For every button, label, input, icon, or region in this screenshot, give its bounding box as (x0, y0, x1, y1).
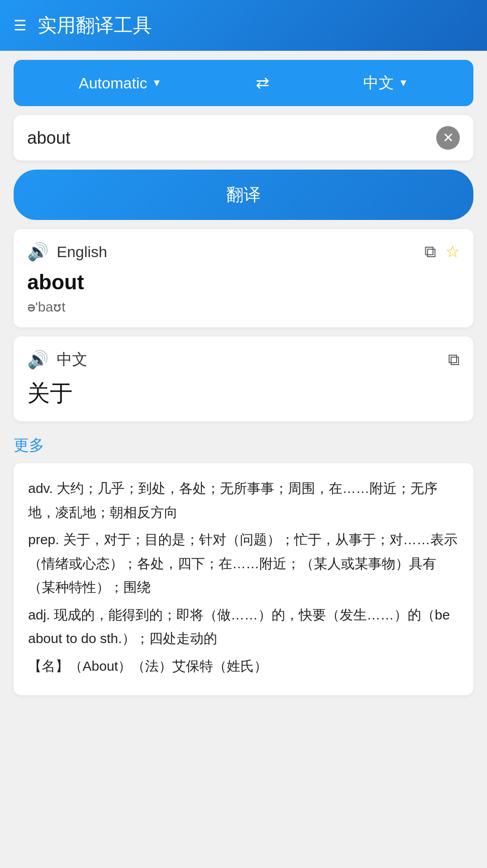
clear-icon: ✕ (443, 131, 454, 145)
more-definitions-card: adv. 大约；几乎；到处，各处；无所事事；周围，在……附近；无序地，凌乱地；朝… (14, 463, 473, 695)
more-definitions-text: adv. 大约；几乎；到处，各处；无所事事；周围，在……附近；无序地，凌乱地；朝… (28, 477, 459, 678)
menu-icon[interactable]: ☰ (14, 18, 27, 33)
source-language-label: Automatic (79, 74, 147, 92)
chinese-lang-label: 中文 (57, 349, 88, 370)
english-card-header-left: 🔊 English (27, 242, 107, 262)
chinese-copy-icon[interactable]: ⧉ (448, 350, 460, 369)
swap-languages-icon[interactable]: ⇄ (256, 73, 269, 93)
language-bar: Automatic ▼ ⇄ 中文 ▼ (14, 60, 473, 106)
search-container: ✕ (14, 115, 473, 161)
source-language-chevron-icon: ▼ (152, 77, 162, 89)
translate-button[interactable]: 翻译 (14, 170, 473, 220)
more-label: 更多 (0, 430, 487, 463)
clear-button[interactable]: ✕ (436, 126, 460, 150)
target-language-label: 中文 (363, 73, 394, 93)
target-language-chevron-icon: ▼ (399, 77, 409, 89)
english-speaker-icon[interactable]: 🔊 (27, 242, 49, 262)
search-input[interactable] (27, 128, 436, 148)
english-card-actions: ⧉ ☆ (424, 242, 460, 261)
english-star-icon[interactable]: ☆ (445, 242, 460, 261)
english-word: about (27, 270, 460, 294)
chinese-card-header-left: 🔊 中文 (27, 349, 88, 370)
english-lang-label: English (57, 243, 107, 261)
app-header: ☰ 实用翻译工具 (0, 0, 487, 51)
english-result-card: 🔊 English ⧉ ☆ about ə'baʊt (14, 229, 473, 327)
chinese-speaker-icon[interactable]: 🔊 (27, 350, 49, 370)
chinese-result-card: 🔊 中文 ⧉ 关于 (14, 336, 473, 421)
english-phonetic: ə'baʊt (27, 299, 460, 315)
chinese-card-header: 🔊 中文 ⧉ (27, 349, 460, 370)
english-card-header: 🔊 English ⧉ ☆ (27, 242, 460, 262)
source-language-selector[interactable]: Automatic ▼ (79, 74, 162, 92)
chinese-translation: 关于 (27, 378, 460, 409)
app-title: 实用翻译工具 (38, 13, 152, 38)
target-language-selector[interactable]: 中文 ▼ (363, 73, 409, 93)
english-copy-icon[interactable]: ⧉ (424, 242, 436, 261)
chinese-card-actions: ⧉ (448, 350, 460, 369)
